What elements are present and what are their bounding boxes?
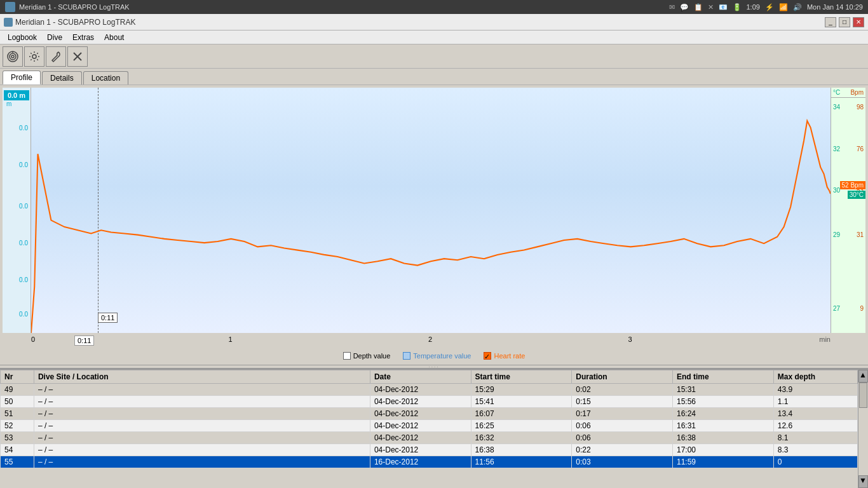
cell-date: 04-Dec-2012 [370, 408, 471, 420]
tray-email-icon: ✉ [669, 3, 675, 11]
cell-nr: 52 [1, 420, 34, 432]
cell-site: – / – [34, 444, 370, 456]
heartrate-label: Heart rate [494, 352, 525, 360]
cell-start: 15:29 [471, 384, 572, 396]
heartrate-checkbox[interactable]: ✓ [484, 352, 491, 360]
col-end: End time [673, 370, 774, 384]
table-row[interactable]: 49 – / – 04-Dec-2012 15:29 0:02 15:31 43… [1, 384, 858, 396]
bpm-98: 98 [857, 104, 864, 111]
temp-27: 27 [833, 305, 840, 312]
cell-duration: 0:17 [572, 408, 673, 420]
dive-log-table: Nr Dive Site / Location Date Start time … [0, 370, 858, 468]
menu-logbook[interactable]: Logbook [3, 32, 42, 43]
fingerprint-icon [6, 50, 19, 63]
scrollbar-thumb[interactable] [859, 383, 867, 408]
cell-date: 04-Dec-2012 [370, 396, 471, 408]
table-container[interactable]: Nr Dive Site / Location Date Start time … [0, 369, 868, 488]
table-scrollbar[interactable]: ▲ ▼ [858, 370, 868, 488]
chart-svg [31, 88, 831, 333]
x-tick-3: 3 [628, 336, 632, 343]
col-duration: Duration [572, 370, 673, 384]
x-tick-1: 1 [229, 336, 233, 343]
col-depth: Max depth [773, 370, 857, 384]
cell-depth: 8.1 [773, 432, 857, 444]
cell-depth: 43.9 [773, 384, 857, 396]
toolbar [0, 44, 868, 69]
tab-details[interactable]: Details [42, 71, 82, 85]
bluetooth-icon: ⚡ [765, 3, 774, 11]
cell-depth: 8.3 [773, 444, 857, 456]
minimize-button[interactable]: _ [825, 17, 836, 27]
cell-date: 16-Dec-2012 [370, 456, 471, 468]
wrench-icon [50, 50, 62, 63]
menu-about[interactable]: About [99, 32, 129, 43]
depth-label: Depth value [353, 352, 391, 360]
y-axis-left: 0.0 m m 0.0 0.0 0.0 0.0 0.0 0.0 [3, 88, 31, 333]
wrench-button[interactable] [46, 46, 66, 67]
cell-duration: 0:06 [572, 432, 673, 444]
window-title-text: Meridian 1 - SCUBAPRO LogTRAK [15, 18, 135, 27]
clock-display: 1:09 [747, 3, 760, 11]
temp-label-legend: Temperature value [413, 352, 471, 360]
x-icon [71, 50, 84, 63]
title-bar: Meridian 1 - SCUBAPRO LogTRAK ✉ 💬 📋 ✕ 📧 … [0, 0, 868, 14]
settings-button[interactable] [24, 46, 44, 67]
svg-point-4 [32, 55, 36, 58]
cell-site: – / – [34, 420, 370, 432]
datetime-display: Mon Jan 14 10:29 [807, 3, 863, 11]
bpm-9: 9 [860, 305, 864, 312]
x-axis: 0 0:11 1 2 3 min [31, 333, 831, 349]
tray-chat-icon: 💬 [680, 3, 689, 11]
cell-start: 11:56 [471, 456, 572, 468]
cell-nr: 53 [1, 432, 34, 444]
svg-point-2 [11, 55, 14, 58]
maximize-button[interactable]: □ [839, 17, 850, 27]
main-content: 0.0 m m 0.0 0.0 0.0 0.0 0.0 0.0 [0, 85, 868, 488]
cell-site: – / – [34, 408, 370, 420]
cell-duration: 0:02 [572, 384, 673, 396]
tab-profile[interactable]: Profile [3, 71, 41, 85]
table-row[interactable]: 53 – / – 04-Dec-2012 16:32 0:06 16:38 8.… [1, 432, 858, 444]
current-temp-indicator: 30°C [848, 191, 865, 199]
cell-depth: 1.1 [773, 396, 857, 408]
tab-location[interactable]: Location [83, 71, 128, 85]
gear-icon [28, 50, 41, 63]
fingerprint-button[interactable] [3, 46, 23, 67]
table-row[interactable]: 50 – / – 04-Dec-2012 15:41 0:15 15:56 1.… [1, 396, 858, 408]
y-label-4: 0.0 [19, 240, 28, 247]
x-tick-2: 2 [428, 336, 432, 343]
scrollbar-down-button[interactable]: ▼ [858, 475, 868, 488]
cell-site: – / – [34, 396, 370, 408]
legend-depth: Depth value [343, 352, 391, 360]
cell-start: 16:07 [471, 408, 572, 420]
tray-x-icon: ✕ [708, 3, 714, 11]
temp-checkbox[interactable] [403, 352, 410, 360]
cell-start: 16:25 [471, 420, 572, 432]
legend: Depth value Temperature value ✓ Heart ra… [3, 349, 865, 362]
battery-icon: 🔋 [733, 3, 742, 11]
table-row[interactable]: 54 – / – 04-Dec-2012 16:38 0:22 17:00 8.… [1, 444, 858, 456]
close-button[interactable]: ✕ [853, 17, 864, 27]
chart-container: 0.0 m m 0.0 0.0 0.0 0.0 0.0 0.0 [0, 85, 868, 365]
tab-bar: Profile Details Location [0, 69, 868, 85]
close-tool-button[interactable] [67, 46, 88, 67]
cell-nr: 55 [1, 456, 34, 468]
chart-plot: 0:11 [31, 88, 831, 333]
table-row[interactable]: 52 – / – 04-Dec-2012 16:25 0:06 16:31 12… [1, 420, 858, 432]
temp-29: 29 [833, 231, 840, 238]
cell-site: – / – [34, 384, 370, 396]
menu-extras[interactable]: Extras [67, 32, 99, 43]
table-row[interactable]: 55 – / – 16-Dec-2012 11:56 0:03 11:59 0 [1, 456, 858, 468]
depth-header: 0.0 m [4, 90, 29, 100]
depth-checkbox[interactable] [343, 352, 351, 360]
y-label-5: 0.0 [19, 276, 28, 283]
temp-32: 32 [833, 146, 840, 152]
window-controls[interactable]: _ □ ✕ [825, 17, 864, 27]
bpm-header: Bpm [850, 89, 864, 96]
table-row[interactable]: 51 – / – 04-Dec-2012 16:07 0:17 16:24 13… [1, 408, 858, 420]
y-label-2: 0.0 [19, 161, 28, 168]
scrollbar-up-button[interactable]: ▲ [858, 370, 868, 383]
title-bar-left: Meridian 1 - SCUBAPRO LogTRAK [5, 2, 130, 12]
cell-end: 11:59 [673, 456, 774, 468]
menu-dive[interactable]: Dive [42, 32, 67, 43]
